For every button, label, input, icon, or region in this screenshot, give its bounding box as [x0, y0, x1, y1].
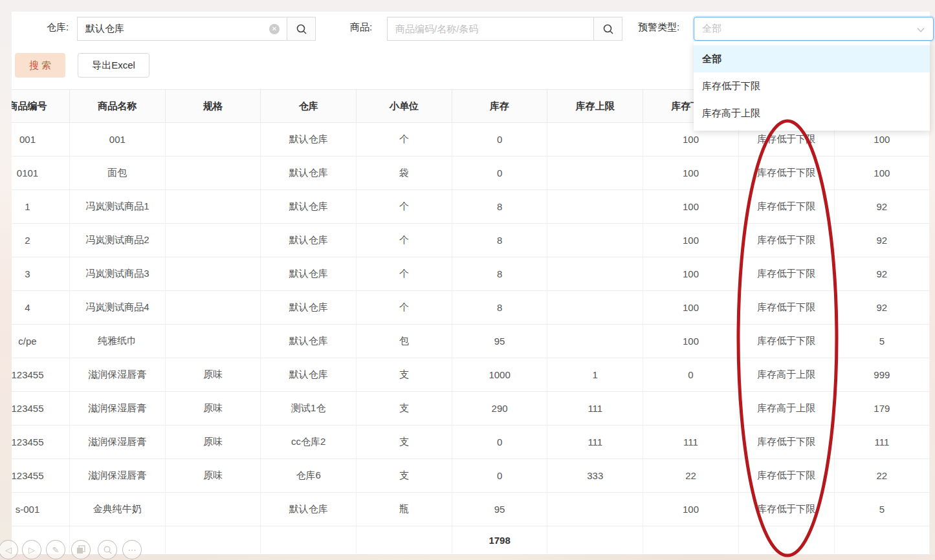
table-cell: 冯岚测试商品1 [70, 190, 166, 224]
column-header: 库存上限 [547, 89, 643, 123]
magnifier-icon [296, 23, 307, 35]
prev-icon[interactable]: ◁ [0, 540, 18, 559]
export-excel-button[interactable]: 导出Excel [78, 53, 149, 78]
table-cell: 原味 [166, 392, 261, 425]
table-cell: 95 [452, 325, 548, 358]
pencil-icon[interactable]: ✎ [46, 540, 65, 559]
table-cell: 支 [357, 358, 452, 392]
table-cell: 默认仓库 [261, 123, 357, 156]
table-cell: 滋润保湿唇膏 [70, 459, 166, 493]
table-cell: 库存低于下限 [739, 190, 835, 224]
table-cell: 库存高于上限 [739, 358, 835, 392]
table-cell [166, 291, 261, 325]
table-cell: 8 [452, 257, 548, 291]
dropdown-option[interactable]: 全部 [694, 45, 930, 72]
table-cell [166, 493, 261, 526]
table-cell: 库存高于上限 [739, 392, 835, 425]
table-cell: 1 [12, 190, 70, 224]
table-row: 123455滋润保湿唇膏原味测试1仓支290111库存高于上限179 [12, 392, 930, 425]
table-cell: 5 [835, 325, 930, 358]
table-cell: 123455 [12, 392, 70, 425]
table-cell: 0 [452, 156, 548, 190]
table-cell: 333 [547, 459, 643, 493]
search-button[interactable]: 搜 索 [15, 53, 65, 78]
dropdown-option[interactable]: 库存低于下限 [694, 72, 930, 100]
table-cell: 111 [547, 392, 643, 425]
table-cell: 原味 [166, 425, 261, 459]
warehouse-label: 仓库: [47, 21, 69, 34]
copy-icon[interactable] [71, 540, 91, 559]
table-cell: 100 [643, 257, 739, 291]
table-cell: 默认仓库 [261, 291, 357, 325]
table-cell: 库存低于下限 [739, 291, 835, 325]
table-body: 001001默认仓库个0100库存低于下限1000101面包默认仓库袋0100库… [12, 123, 930, 526]
column-header: 库存 [452, 89, 548, 123]
column-header: 商品名称 [70, 89, 166, 123]
table-row: 3冯岚测试商品3默认仓库个8100库存低于下限92 [12, 257, 930, 291]
warning-type-select[interactable]: 全部 [694, 17, 934, 41]
table-row: 123455滋润保湿唇膏原味默认仓库支100010库存高于上限999 [12, 358, 930, 392]
screenshot-toolbar: ◁ ▷ ✎ ⋯ [0, 540, 155, 560]
table-cell [166, 190, 261, 224]
table-row: 0101面包默认仓库袋0100库存低于下限100 [12, 156, 930, 190]
table-cell: 0101 [12, 156, 70, 190]
table-cell: 5 [835, 493, 930, 526]
table-cell [166, 257, 261, 291]
table-cell: 100 [835, 156, 930, 190]
table-cell [643, 392, 739, 425]
table-cell: 1 [547, 358, 643, 392]
table-cell: 库存低于下限 [739, 257, 835, 291]
table-cell: 100 [643, 291, 739, 325]
table-cell: 库存低于下限 [739, 459, 835, 493]
table-cell [547, 291, 643, 325]
product-search-button[interactable] [593, 17, 622, 41]
chevron-down-icon [916, 25, 925, 34]
table-cell [547, 257, 643, 291]
table-cell: 个 [357, 190, 452, 224]
table-cell: s-001 [12, 493, 70, 526]
table-row: 4冯岚测试商品4默认仓库个8100库存低于下限92 [12, 291, 930, 325]
clear-circle-icon[interactable]: ✕ [269, 24, 280, 34]
table-cell: 库存低于下限 [739, 493, 835, 526]
table-cell: 0 [452, 459, 548, 493]
table-cell: 100 [643, 190, 739, 224]
table-cell: 默认仓库 [261, 493, 357, 526]
inventory-table: 商品编号商品名称规格仓库小单位库存库存上限库存下限 001001默认仓库个010… [12, 89, 930, 554]
next-icon[interactable]: ▷ [22, 540, 41, 559]
table-cell: 111 [547, 425, 643, 459]
dropdown-option[interactable]: 库存高于上限 [694, 100, 930, 127]
table-cell: 默认仓库 [261, 190, 357, 224]
footer-cell [547, 526, 643, 554]
table-row: 2冯岚测试商品2默认仓库个8100库存低于下限92 [12, 224, 930, 257]
table-cell: 0 [643, 358, 739, 392]
table-row: 123455滋润保湿唇膏原味仓库6支033322库存低于下限22 [12, 459, 930, 493]
table-cell: 库存低于下限 [739, 156, 835, 190]
magnifier-icon[interactable] [98, 540, 117, 559]
column-header: 仓库 [261, 89, 357, 123]
table-cell: 原味 [166, 358, 261, 392]
footer-cell [166, 526, 261, 554]
table-cell: 1000 [452, 358, 548, 392]
ellipsis-icon[interactable]: ⋯ [122, 540, 142, 559]
table-cell: 支 [357, 459, 452, 493]
warehouse-search-button[interactable] [287, 17, 316, 41]
table-cell [166, 224, 261, 257]
table-cell: 8 [452, 224, 548, 257]
table-cell [547, 493, 643, 526]
table-cell: 290 [452, 392, 548, 425]
table-cell: 92 [835, 224, 930, 257]
table-cell: 支 [357, 425, 452, 459]
table-cell [547, 123, 643, 156]
product-input[interactable] [387, 17, 593, 41]
table-cell: 纯雅纸巾 [70, 325, 166, 358]
table-cell: 22 [643, 459, 739, 493]
table-cell: 个 [357, 224, 452, 257]
table-cell: 111 [835, 425, 930, 459]
warehouse-input[interactable] [77, 17, 287, 41]
table-cell: 面包 [70, 156, 166, 190]
warning-type-value: 全部 [702, 23, 721, 35]
table-row: 123455滋润保湿唇膏原味cc仓库2支0111111库存低于下限111 [12, 425, 930, 459]
table-cell: 冯岚测试商品4 [70, 291, 166, 325]
table-cell: 123455 [12, 425, 70, 459]
table-cell: cc仓库2 [261, 425, 357, 459]
